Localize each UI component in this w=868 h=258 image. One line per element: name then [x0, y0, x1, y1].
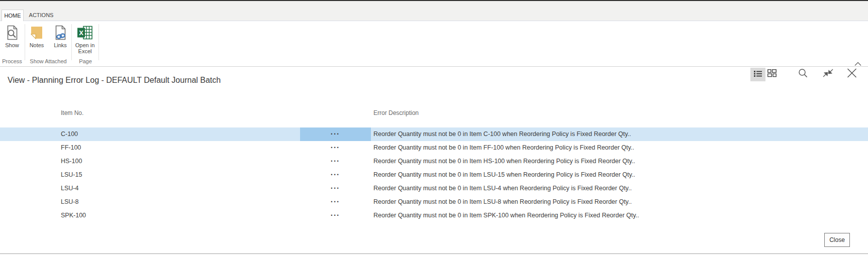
error-description-cell[interactable]: Reorder Quantity must not be 0 in Item L…	[373, 182, 632, 195]
error-description-cell[interactable]: Reorder Quantity must not be 0 in Item L…	[373, 195, 632, 209]
table-row[interactable]: LSU-8 ••• Reorder Quantity must not be 0…	[0, 195, 868, 209]
ribbon-group-separator	[25, 24, 25, 60]
tab-actions[interactable]: ACTIONS	[26, 10, 56, 21]
page-title: View - Planning Error Log - DEFAULT Defa…	[8, 74, 221, 86]
show-document-magnifier-icon	[4, 24, 21, 41]
error-description-cell[interactable]: Reorder Quantity must not be 0 in Item F…	[373, 141, 634, 155]
assist-edit-ellipsis-button[interactable]: •••	[300, 127, 371, 141]
table-row[interactable]: LSU-4 ••• Reorder Quantity must not be 0…	[0, 182, 868, 195]
assist-edit-ellipsis-button[interactable]: •••	[300, 195, 371, 209]
item-no-cell[interactable]: C-100	[61, 127, 78, 141]
notes-button-label: Notes	[24, 42, 50, 48]
ribbon-group-process: Process	[0, 58, 24, 65]
table-row[interactable]: LSU-15 ••• Reorder Quantity must not be …	[0, 168, 868, 182]
sticky-note-icon	[28, 24, 45, 41]
table-row[interactable]: SPK-100 ••• Reorder Quantity must not be…	[0, 209, 868, 222]
assist-edit-ellipsis-button[interactable]: •••	[300, 141, 371, 155]
error-description-cell[interactable]: Reorder Quantity must not be 0 in Item L…	[373, 168, 635, 182]
list-view-button[interactable]	[750, 68, 765, 81]
column-header-item-no[interactable]: Item No.	[61, 109, 83, 117]
collapse-window-icon	[822, 68, 834, 80]
close-button[interactable]: Close	[824, 233, 850, 247]
item-no-cell[interactable]: SPK-100	[61, 209, 86, 222]
list-view-icon	[754, 70, 762, 79]
svg-text:X: X	[79, 29, 83, 37]
item-no-cell[interactable]: FF-100	[61, 141, 81, 155]
show-button[interactable]: Show	[2, 24, 22, 55]
open-in-excel-button-label: Open in Excel	[72, 42, 98, 54]
ribbon-tabstrip: HOME ACTIONS	[0, 1, 868, 21]
ribbon-group-show-attached: Show Attached	[29, 58, 67, 65]
tiles-view-icon	[767, 69, 777, 79]
table-row[interactable]: FF-100 ••• Reorder Quantity must not be …	[0, 141, 868, 155]
links-button[interactable]: Links	[50, 24, 70, 55]
error-log-grid: C-100 ••• Reorder Quantity must not be 0…	[0, 127, 868, 222]
tab-home[interactable]: HOME	[2, 10, 24, 21]
planning-error-log-window: HOME ACTIONS Show Notes	[0, 0, 868, 258]
excel-icon: X	[76, 24, 93, 41]
ribbon-group-page: Page	[73, 58, 98, 65]
show-button-label: Show	[0, 42, 25, 48]
error-description-cell[interactable]: Reorder Quantity must not be 0 in Item C…	[373, 127, 631, 141]
notes-button[interactable]: Notes	[27, 24, 47, 55]
error-description-cell[interactable]: Reorder Quantity must not be 0 in Item H…	[373, 155, 635, 168]
links-button-label: Links	[47, 42, 73, 48]
item-no-cell[interactable]: HS-100	[61, 155, 82, 168]
collapse-window-button[interactable]	[822, 69, 834, 79]
window-bottom-border	[0, 253, 868, 254]
close-icon	[847, 68, 857, 80]
column-header-error-description[interactable]: Error Description	[373, 109, 419, 117]
chevron-up-icon	[854, 59, 861, 68]
ribbon-collapse-button[interactable]	[854, 59, 862, 65]
search-icon	[798, 68, 808, 80]
search-button[interactable]	[798, 69, 808, 79]
table-row[interactable]: C-100 ••• Reorder Quantity must not be 0…	[0, 127, 868, 141]
assist-edit-ellipsis-button[interactable]: •••	[300, 155, 371, 168]
assist-edit-ellipsis-button[interactable]: •••	[300, 209, 371, 222]
close-window-button[interactable]	[847, 69, 857, 79]
item-no-cell[interactable]: LSU-15	[61, 168, 82, 182]
item-no-cell[interactable]: LSU-4	[61, 182, 78, 195]
document-link-icon	[52, 24, 69, 41]
ribbon-group-separator	[71, 24, 72, 60]
assist-edit-ellipsis-button[interactable]: •••	[300, 182, 371, 195]
open-in-excel-button[interactable]: X Open in Excel	[72, 24, 98, 55]
table-row[interactable]: HS-100 ••• Reorder Quantity must not be …	[0, 155, 868, 168]
page-header: View - Planning Error Log - DEFAULT Defa…	[0, 67, 868, 97]
error-description-cell[interactable]: Reorder Quantity must not be 0 in Item S…	[373, 209, 639, 222]
assist-edit-ellipsis-button[interactable]: •••	[300, 168, 371, 182]
ribbon-group-separator	[99, 24, 99, 60]
ribbon: Show Notes	[0, 21, 868, 67]
item-no-cell[interactable]: LSU-8	[61, 195, 78, 209]
tiles-view-button[interactable]	[767, 70, 777, 78]
